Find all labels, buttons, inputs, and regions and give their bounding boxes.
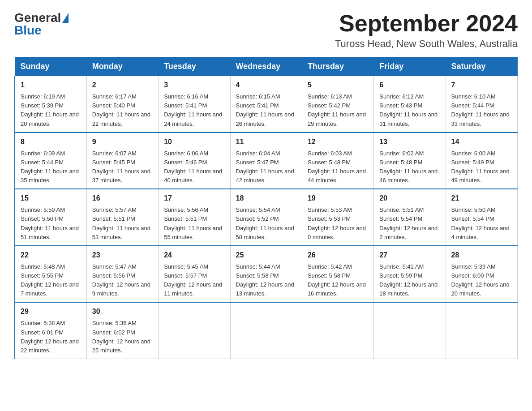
calendar-cell: 14Sunrise: 6:00 AMSunset: 5:49 PMDayligh… [446,133,517,189]
day-number: 11 [236,137,296,147]
day-info: Sunrise: 5:56 AMSunset: 5:51 PMDaylight:… [164,206,224,242]
calendar-cell: 28Sunrise: 5:39 AMSunset: 6:00 PMDayligh… [446,246,517,303]
weekday-header-saturday: Saturday [446,57,517,76]
logo-triangle-icon [62,13,69,23]
weekday-header-wednesday: Wednesday [230,57,302,76]
weekday-header-sunday: Sunday [15,57,86,76]
day-info: Sunrise: 6:06 AMSunset: 5:46 PMDaylight:… [164,149,224,185]
day-info: Sunrise: 5:50 AMSunset: 5:54 PMDaylight:… [451,206,512,242]
calendar-cell: 22Sunrise: 5:48 AMSunset: 5:55 PMDayligh… [15,246,86,303]
day-info: Sunrise: 6:15 AMSunset: 5:41 PMDaylight:… [236,92,296,128]
day-number: 17 [164,193,224,204]
day-number: 5 [308,80,368,90]
calendar-cell [230,302,302,359]
day-info: Sunrise: 5:51 AMSunset: 5:54 PMDaylight:… [379,206,440,242]
logo-blue-text: Blue [14,23,42,38]
day-number: 20 [379,193,440,204]
calendar-cell: 5Sunrise: 6:13 AMSunset: 5:42 PMDaylight… [302,76,373,133]
day-number: 16 [92,193,153,204]
calendar-cell: 19Sunrise: 5:53 AMSunset: 5:53 PMDayligh… [302,189,373,246]
week-row-4: 22Sunrise: 5:48 AMSunset: 5:55 PMDayligh… [15,246,518,303]
day-info: Sunrise: 5:41 AMSunset: 5:59 PMDaylight:… [379,262,440,299]
day-info: Sunrise: 5:36 AMSunset: 6:02 PMDaylight:… [92,319,153,355]
day-info: Sunrise: 5:44 AMSunset: 5:58 PMDaylight:… [236,262,296,299]
calendar-cell: 24Sunrise: 5:45 AMSunset: 5:57 PMDayligh… [159,246,230,303]
day-number: 19 [308,193,368,204]
calendar-cell: 21Sunrise: 5:50 AMSunset: 5:54 PMDayligh… [446,189,517,246]
week-row-2: 8Sunrise: 6:09 AMSunset: 5:44 PMDaylight… [15,133,518,189]
logo: General Blue [14,11,69,38]
calendar-cell: 8Sunrise: 6:09 AMSunset: 5:44 PMDaylight… [15,133,86,189]
day-number: 3 [164,80,224,90]
page-header: General Blue September 2024 Tuross Head,… [14,11,518,50]
location-subtitle: Tuross Head, New South Wales, Australia [335,38,518,50]
day-number: 23 [92,250,153,261]
weekday-header-friday: Friday [374,57,446,76]
day-info: Sunrise: 6:17 AMSunset: 5:40 PMDaylight:… [92,92,153,128]
day-info: Sunrise: 6:16 AMSunset: 5:41 PMDaylight:… [164,92,224,128]
calendar-cell: 29Sunrise: 5:38 AMSunset: 6:01 PMDayligh… [15,302,86,359]
calendar-cell [374,302,446,359]
calendar-cell: 23Sunrise: 5:47 AMSunset: 5:56 PMDayligh… [86,246,158,303]
day-number: 28 [451,250,512,261]
calendar-table: SundayMondayTuesdayWednesdayThursdayFrid… [14,57,518,359]
day-number: 29 [21,306,81,317]
calendar-cell: 27Sunrise: 5:41 AMSunset: 5:59 PMDayligh… [374,246,446,303]
day-info: Sunrise: 5:53 AMSunset: 5:53 PMDaylight:… [308,206,368,242]
day-info: Sunrise: 6:09 AMSunset: 5:44 PMDaylight:… [21,149,81,185]
day-info: Sunrise: 6:04 AMSunset: 5:47 PMDaylight:… [236,149,296,185]
day-number: 14 [451,137,512,147]
title-block: September 2024 Tuross Head, New South Wa… [335,11,518,50]
day-info: Sunrise: 5:45 AMSunset: 5:57 PMDaylight:… [164,262,224,299]
day-number: 9 [92,137,153,147]
calendar-cell [446,302,517,359]
day-number: 21 [451,193,512,204]
calendar-cell [159,302,230,359]
calendar-cell: 17Sunrise: 5:56 AMSunset: 5:51 PMDayligh… [159,189,230,246]
day-number: 18 [236,193,296,204]
calendar-cell: 3Sunrise: 6:16 AMSunset: 5:41 PMDaylight… [159,76,230,133]
day-info: Sunrise: 5:54 AMSunset: 5:52 PMDaylight:… [236,206,296,242]
week-row-1: 1Sunrise: 6:19 AMSunset: 5:39 PMDaylight… [15,76,518,133]
day-info: Sunrise: 5:57 AMSunset: 5:51 PMDaylight:… [92,206,153,242]
calendar-cell: 25Sunrise: 5:44 AMSunset: 5:58 PMDayligh… [230,246,302,303]
day-number: 15 [21,193,81,204]
calendar-cell: 13Sunrise: 6:02 AMSunset: 5:48 PMDayligh… [374,133,446,189]
day-number: 12 [308,137,368,147]
day-info: Sunrise: 5:42 AMSunset: 5:58 PMDaylight:… [308,262,368,299]
calendar-cell: 16Sunrise: 5:57 AMSunset: 5:51 PMDayligh… [86,189,158,246]
calendar-cell [302,302,373,359]
day-number: 22 [21,250,81,261]
weekday-header-row: SundayMondayTuesdayWednesdayThursdayFrid… [15,57,518,76]
calendar-cell: 1Sunrise: 6:19 AMSunset: 5:39 PMDaylight… [15,76,86,133]
calendar-cell: 4Sunrise: 6:15 AMSunset: 5:41 PMDaylight… [230,76,302,133]
calendar-cell: 2Sunrise: 6:17 AMSunset: 5:40 PMDaylight… [86,76,158,133]
day-info: Sunrise: 6:19 AMSunset: 5:39 PMDaylight:… [21,92,81,128]
day-number: 6 [379,80,440,90]
day-info: Sunrise: 5:48 AMSunset: 5:55 PMDaylight:… [21,262,81,299]
day-number: 25 [236,250,296,261]
day-number: 2 [92,80,153,90]
day-info: Sunrise: 6:13 AMSunset: 5:42 PMDaylight:… [308,92,368,128]
calendar-cell: 12Sunrise: 6:03 AMSunset: 5:48 PMDayligh… [302,133,373,189]
weekday-header-thursday: Thursday [302,57,373,76]
calendar-cell: 7Sunrise: 6:10 AMSunset: 5:44 PMDaylight… [446,76,517,133]
weekday-header-monday: Monday [86,57,158,76]
calendar-cell: 6Sunrise: 6:12 AMSunset: 5:43 PMDaylight… [374,76,446,133]
week-row-5: 29Sunrise: 5:38 AMSunset: 6:01 PMDayligh… [15,302,518,359]
day-info: Sunrise: 5:59 AMSunset: 5:50 PMDaylight:… [21,206,81,242]
day-number: 7 [451,80,512,90]
week-row-3: 15Sunrise: 5:59 AMSunset: 5:50 PMDayligh… [15,189,518,246]
day-info: Sunrise: 6:02 AMSunset: 5:48 PMDaylight:… [379,149,440,185]
day-number: 1 [21,80,81,90]
day-info: Sunrise: 6:12 AMSunset: 5:43 PMDaylight:… [379,92,440,128]
day-info: Sunrise: 6:03 AMSunset: 5:48 PMDaylight:… [308,149,368,185]
day-number: 24 [164,250,224,261]
calendar-cell: 30Sunrise: 5:36 AMSunset: 6:02 PMDayligh… [86,302,158,359]
calendar-cell: 10Sunrise: 6:06 AMSunset: 5:46 PMDayligh… [159,133,230,189]
day-info: Sunrise: 6:00 AMSunset: 5:49 PMDaylight:… [451,149,512,185]
calendar-cell: 18Sunrise: 5:54 AMSunset: 5:52 PMDayligh… [230,189,302,246]
day-number: 30 [92,306,153,317]
day-info: Sunrise: 5:39 AMSunset: 6:00 PMDaylight:… [451,262,512,299]
day-info: Sunrise: 6:07 AMSunset: 5:45 PMDaylight:… [92,149,153,185]
